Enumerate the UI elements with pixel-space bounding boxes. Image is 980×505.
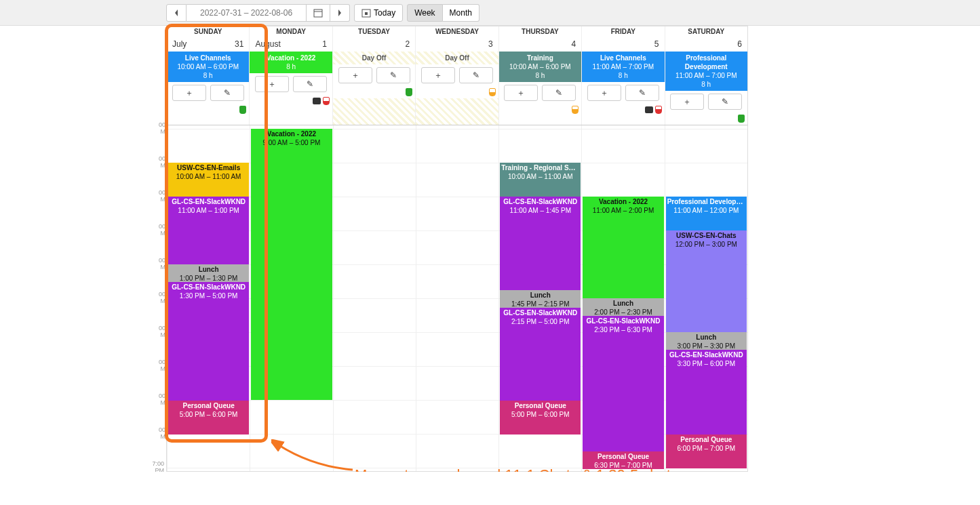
edit-button[interactable]: ✎	[459, 67, 493, 83]
date-cell[interactable]: 3	[415, 37, 498, 52]
svg-rect-0	[314, 9, 322, 17]
week-view-button[interactable]: Week	[407, 4, 442, 22]
day-col-thursday[interactable]: Training - Regional Support10:00 AM – 11…	[498, 125, 581, 471]
event-time: 12:00 PM – 3:00 PM	[667, 241, 745, 249]
time-label: 00M	[148, 325, 165, 339]
date-number: 6	[737, 39, 742, 49]
edit-button[interactable]: ✎	[210, 85, 244, 101]
time-label: 00M	[148, 190, 165, 203]
calendar-event[interactable]: Personal Queue5:00 PM – 6:00 PM	[168, 401, 249, 435]
calendar-picker-button[interactable]	[307, 4, 330, 22]
prev-button[interactable]	[166, 4, 187, 22]
calendar: SUNDAYMONDAYTUESDAYWEDNESDAYTHURSDAYFRID…	[166, 26, 748, 472]
calendar-event[interactable]: Vacation - 202211:00 AM – 2:00 PM	[583, 197, 663, 298]
add-button[interactable]: ＋	[670, 94, 704, 110]
chat-icon	[645, 106, 653, 113]
calendar-event[interactable]: GL-CS-EN-SlackWKND11:00 AM – 1:00 PM	[168, 197, 249, 264]
calendar-event[interactable]: Vacation - 20229:00 AM – 5:00 PM	[251, 129, 332, 400]
status-row	[167, 104, 249, 116]
calendar-event[interactable]: GL-CS-EN-SlackWKND2:30 PM – 6:30 PM	[583, 316, 663, 451]
calendar-event[interactable]: GL-CS-EN-SlackWKND1:30 PM – 5:00 PM	[168, 282, 249, 401]
action-row: ＋ ✎	[333, 64, 415, 86]
day-col-tuesday[interactable]	[333, 125, 416, 471]
time-label: 00M	[148, 291, 165, 305]
add-button[interactable]: ＋	[587, 85, 621, 101]
date-cell[interactable]: 2	[332, 37, 415, 52]
calendar-event[interactable]: GL-CS-EN-SlackWKND11:00 AM – 1:45 PM	[500, 197, 581, 290]
edit-button[interactable]: ✎	[376, 67, 410, 83]
status-indicator	[489, 88, 496, 96]
calendar-event[interactable]: GL-CS-EN-SlackWKND3:30 PM – 6:00 PM	[666, 350, 747, 435]
weekday-header: TUESDAY	[332, 26, 415, 37]
event-time: 10:00 AM – 11:00 AM	[170, 173, 248, 182]
annotation-text: Moments ago showed 11-1 Chats & 1:30-5 c…	[355, 466, 678, 472]
calendar-event[interactable]: Lunch1:45 PM – 2:15 PM	[500, 290, 581, 308]
today-label: Today	[374, 8, 395, 18]
add-button[interactable]: ＋	[172, 85, 206, 101]
date-number: 4	[571, 39, 576, 49]
annotation-arrow	[271, 439, 359, 472]
weekday-header: FRIDAY	[581, 26, 664, 37]
today-button[interactable]: Today	[354, 4, 403, 22]
date-cell[interactable]: 5	[581, 37, 664, 52]
today-icon	[361, 8, 371, 18]
day-col-sunday[interactable]: USW-CS-EN-Emails10:00 AM – 11:00 AMGL-CS…	[167, 125, 250, 471]
view-switcher: Week Month	[407, 4, 479, 22]
dayoff-label: Day Off	[333, 52, 415, 64]
date-cell[interactable]: August1	[249, 37, 332, 52]
calendar-event[interactable]: Professional Developmen…11:00 AM – 12:00…	[666, 197, 747, 230]
day-col-monday[interactable]: Vacation - 20229:00 AM – 5:00 PM	[250, 125, 332, 471]
action-row: ＋ ✎	[499, 82, 581, 104]
date-cell[interactable]: 4	[498, 37, 581, 52]
event-time: 1:30 PM – 5:00 PM	[170, 292, 248, 301]
calendar-event[interactable]: USW-CS-EN-Chats12:00 PM – 3:00 PM	[666, 230, 747, 332]
day-col-wednesday[interactable]	[416, 125, 498, 471]
event-time: 2:00 PM – 2:30 PM	[584, 308, 662, 317]
status-indicator	[239, 106, 246, 114]
date-cell[interactable]: 6	[665, 37, 747, 52]
calendar-event[interactable]: Training - Regional Support10:00 AM – 11…	[500, 163, 581, 197]
edit-button[interactable]: ✎	[625, 85, 659, 101]
month-view-button[interactable]: Month	[443, 4, 479, 22]
add-button[interactable]: ＋	[421, 67, 455, 83]
event-title: Personal Queue	[584, 453, 662, 462]
allday-event[interactable]: Live Channels10:00 AM – 6:00 PM8 h	[167, 52, 249, 82]
event-time: 2:15 PM – 5:00 PM	[501, 318, 579, 327]
calendar-event[interactable]: GL-CS-EN-SlackWKND2:15 PM – 5:00 PM	[500, 308, 581, 401]
day-col-saturday[interactable]: Professional Developmen…11:00 AM – 12:00…	[665, 125, 747, 471]
allday-event[interactable]: Professional Development11:00 AM – 7:00 …	[665, 52, 747, 91]
calendar-event[interactable]: Personal Queue6:00 PM – 7:00 PM	[666, 435, 747, 468]
add-button[interactable]: ＋	[504, 85, 538, 101]
edit-button[interactable]: ✎	[293, 76, 327, 92]
date-month: August	[255, 39, 280, 49]
calendar-event[interactable]: Lunch2:00 PM – 2:30 PM	[583, 298, 663, 316]
allday-cell: Day Off ＋ ✎	[415, 52, 498, 125]
add-button[interactable]: ＋	[338, 67, 372, 83]
edit-button[interactable]: ✎	[708, 94, 742, 110]
date-range-display: 2022-07-31 – 2022-08-06	[187, 4, 307, 22]
allday-cell: Training10:00 AM – 6:00 PM8 h ＋ ✎	[498, 52, 581, 125]
event-title: Personal Queue	[501, 402, 579, 411]
day-col-friday[interactable]: Vacation - 202211:00 AM – 2:00 PMLunch2:…	[581, 125, 664, 471]
next-button[interactable]	[330, 4, 350, 22]
event-time: 2:30 PM – 6:30 PM	[584, 326, 662, 335]
event-time: 11:00 AM – 1:00 PM	[170, 207, 248, 216]
allday-event[interactable]: Vacation - 20228 h	[250, 52, 332, 73]
allday-cell: Professional Development11:00 AM – 7:00 …	[665, 52, 747, 125]
add-button[interactable]: ＋	[255, 76, 289, 92]
event-title: Personal Queue	[667, 436, 745, 445]
calendar-event[interactable]: USW-CS-EN-Emails10:00 AM – 11:00 AM	[168, 163, 249, 197]
calendar-event[interactable]: Lunch3:00 PM – 3:30 PM	[666, 332, 747, 350]
event-title: Personal Queue	[170, 402, 248, 411]
event-time: 11:00 AM – 2:00 PM	[584, 207, 662, 216]
calendar-event[interactable]: Personal Queue5:00 PM – 6:00 PM	[500, 401, 581, 435]
time-label: 00M	[148, 393, 165, 407]
event-time: 9:00 AM – 5:00 PM	[252, 139, 330, 148]
calendar-event[interactable]: Lunch1:00 PM – 1:30 PM	[168, 264, 249, 282]
event-title: USW-CS-EN-Emails	[170, 164, 248, 173]
date-cell[interactable]: July31	[167, 37, 249, 52]
weekday-header: SATURDAY	[665, 26, 747, 37]
allday-event[interactable]: Live Channels11:00 AM – 7:00 PM8 h	[582, 52, 664, 82]
edit-button[interactable]: ✎	[542, 85, 576, 101]
allday-event[interactable]: Training10:00 AM – 6:00 PM8 h	[499, 52, 581, 82]
